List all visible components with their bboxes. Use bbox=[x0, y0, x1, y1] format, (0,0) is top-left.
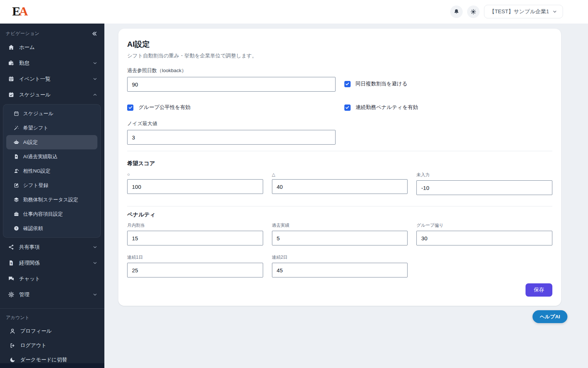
penalty-history-label: 過去実績 bbox=[272, 222, 408, 229]
penalty-consecutive2-input[interactable] bbox=[272, 263, 408, 277]
score-empty-input[interactable] bbox=[416, 180, 552, 195]
sidebar: ナビゲーション ホーム 勤怠 イベント一覧 スケジュール スケジュール 希望シフ… bbox=[0, 24, 104, 368]
checkbox-group-fairness[interactable]: グループ公平性を有効 bbox=[127, 104, 336, 111]
ai-settings-card: AI設定 シフト自動割当の重み・挙動を企業単位で調整します。 過去参照日数（lo… bbox=[118, 29, 561, 306]
noise-max-input[interactable] bbox=[127, 130, 336, 145]
page-title: AI設定 bbox=[127, 39, 552, 49]
sidebar-item-label: 勤怠 bbox=[19, 60, 87, 67]
page-subtitle: シフト自動割当の重み・挙動を企業単位で調整します。 bbox=[127, 53, 552, 59]
checkbox-avoid-same-day[interactable]: 同日複数割当を避ける bbox=[344, 67, 553, 92]
question-circle-icon: ? bbox=[14, 226, 19, 231]
chat-bubbles-icon bbox=[8, 276, 14, 282]
logo-letter-e: E bbox=[12, 4, 19, 18]
score-sankaku-label: △ bbox=[272, 172, 408, 177]
app-logo[interactable]: EA bbox=[12, 4, 26, 18]
score-maru-input[interactable] bbox=[127, 179, 263, 194]
sidebar-item-schedule[interactable]: スケジュール bbox=[0, 87, 104, 103]
submenu-item-label: 仕事内容項目設定 bbox=[23, 211, 63, 217]
chevron-down-icon bbox=[92, 244, 98, 250]
schedule-submenu: スケジュール 希望シフト AI設定 AI過去実績取込 相性NG設定 シフト登録 … bbox=[3, 104, 101, 238]
submenu-item-shift-register[interactable]: シフト登録 bbox=[6, 178, 97, 192]
save-button[interactable]: 保存 bbox=[526, 283, 552, 297]
submenu-item-label: 勤務体制ステータス設定 bbox=[23, 197, 78, 203]
submenu-item-ai-settings[interactable]: AI設定 bbox=[6, 135, 97, 149]
checkbox-label: 連続勤務ペナルティを有効 bbox=[356, 104, 418, 111]
file-import-icon bbox=[14, 154, 19, 159]
notifications-button[interactable] bbox=[450, 6, 463, 18]
person-icon bbox=[10, 328, 15, 334]
submenu-item-label: 相性NG設定 bbox=[23, 168, 50, 174]
gear-icon bbox=[8, 291, 14, 298]
magic-wand-icon bbox=[14, 125, 19, 131]
account-item-label: プロフィール bbox=[20, 328, 52, 335]
submenu-item-label: スケジュール bbox=[23, 110, 54, 117]
score-sankaku-input[interactable] bbox=[272, 179, 408, 194]
penalty-monthly-input[interactable] bbox=[127, 231, 263, 245]
checkbox-consecutive-penalty[interactable]: 連続勤務ペナルティを有効 bbox=[344, 104, 553, 111]
theme-toggle-button[interactable] bbox=[467, 6, 480, 18]
bell-icon bbox=[453, 8, 460, 15]
account-item-label: ログアウト bbox=[20, 342, 47, 349]
sidebar-item-accounting[interactable]: $ 経理関係 bbox=[0, 255, 104, 271]
account-section: アカウント プロフィール ログアウト ダークモードに切替 bbox=[0, 308, 104, 367]
submenu-item-label: AI過去実績取込 bbox=[23, 153, 58, 160]
pen-square-icon bbox=[14, 183, 19, 188]
penalty-consecutive2-label: 連続2日 bbox=[272, 254, 408, 261]
account-section-title: アカウント bbox=[0, 312, 104, 324]
submenu-item-compatibility-ng[interactable]: 相性NG設定 bbox=[6, 164, 97, 178]
robot-icon bbox=[14, 139, 19, 145]
sidebar-item-label: イベント一覧 bbox=[19, 76, 87, 82]
submenu-item-confirmation-request[interactable]: ? 確認依頼 bbox=[6, 221, 97, 236]
penalty-consecutive1-input[interactable] bbox=[127, 263, 263, 277]
sidebar-item-logout[interactable]: ログアウト bbox=[0, 338, 104, 353]
penalty-group-bias-input[interactable] bbox=[416, 231, 552, 245]
sun-icon bbox=[470, 9, 476, 15]
sidebar-item-attendance[interactable]: 勤怠 bbox=[0, 55, 104, 71]
sidebar-item-home[interactable]: ホーム bbox=[0, 39, 104, 55]
submenu-item-schedule[interactable]: スケジュール bbox=[6, 106, 97, 121]
sidebar-item-shared-matters[interactable]: 共有事項 bbox=[0, 239, 104, 255]
home-icon bbox=[8, 44, 14, 50]
chevron-down-icon bbox=[92, 60, 98, 66]
submenu-item-work-status-settings[interactable]: 勤務体制ステータス設定 bbox=[6, 192, 97, 207]
lookback-label: 過去参照日数（lookback） bbox=[127, 67, 336, 74]
score-maru-label: ○ bbox=[127, 172, 263, 177]
divider bbox=[127, 206, 552, 206]
company-selector[interactable]: 【TEST】サンプル企業1 bbox=[484, 5, 563, 18]
chevron-down-icon bbox=[92, 76, 98, 82]
sidebar-item-label: ホーム bbox=[19, 44, 98, 51]
moon-icon bbox=[10, 357, 15, 363]
sidebar-item-chat[interactable]: チャット bbox=[0, 271, 104, 287]
chevron-up-icon bbox=[92, 92, 98, 98]
calendar-check-icon bbox=[8, 92, 14, 98]
sidebar-section-title: ナビゲーション bbox=[6, 31, 39, 37]
submenu-item-shift-request[interactable]: 希望シフト bbox=[6, 121, 97, 135]
sidebar-item-admin[interactable]: 管理 bbox=[0, 287, 104, 302]
person-slash-icon bbox=[14, 168, 19, 174]
sidebar-collapse-button[interactable] bbox=[91, 30, 98, 37]
sidebar-item-profile[interactable]: プロフィール bbox=[0, 324, 104, 338]
score-empty-label: 未入力 bbox=[416, 172, 552, 178]
file-invoice-icon: $ bbox=[8, 260, 14, 266]
penalty-monthly-label: 月内割当 bbox=[127, 222, 263, 229]
help-ai-button[interactable]: ヘルプAI bbox=[533, 310, 567, 323]
submenu-item-label: 確認依頼 bbox=[23, 225, 43, 232]
sidebar-item-events[interactable]: イベント一覧 bbox=[0, 71, 104, 87]
submenu-item-ai-history-import[interactable]: AI過去実績取込 bbox=[6, 149, 97, 164]
checkbox-icon[interactable] bbox=[344, 81, 351, 87]
company-selector-label: 【TEST】サンプル企業1 bbox=[490, 8, 549, 15]
noise-max-label: ノイズ最大値 bbox=[127, 120, 336, 127]
penalty-consecutive1-label: 連続1日 bbox=[127, 254, 263, 261]
chevron-down-icon bbox=[92, 260, 98, 266]
checkbox-icon[interactable] bbox=[344, 105, 351, 111]
penalty-history-input[interactable] bbox=[272, 231, 408, 245]
lookback-input[interactable] bbox=[127, 77, 336, 92]
checkbox-label: 同日複数割当を避ける bbox=[356, 81, 408, 87]
briefcase-icon bbox=[14, 211, 19, 217]
submenu-item-job-content-settings[interactable]: 仕事内容項目設定 bbox=[6, 207, 97, 221]
sidebar-item-label: 管理 bbox=[19, 291, 87, 298]
checkbox-icon[interactable] bbox=[127, 105, 133, 111]
submenu-item-label: AI設定 bbox=[23, 139, 38, 146]
submenu-item-label: 希望シフト bbox=[23, 125, 48, 131]
layers-icon bbox=[14, 197, 19, 202]
